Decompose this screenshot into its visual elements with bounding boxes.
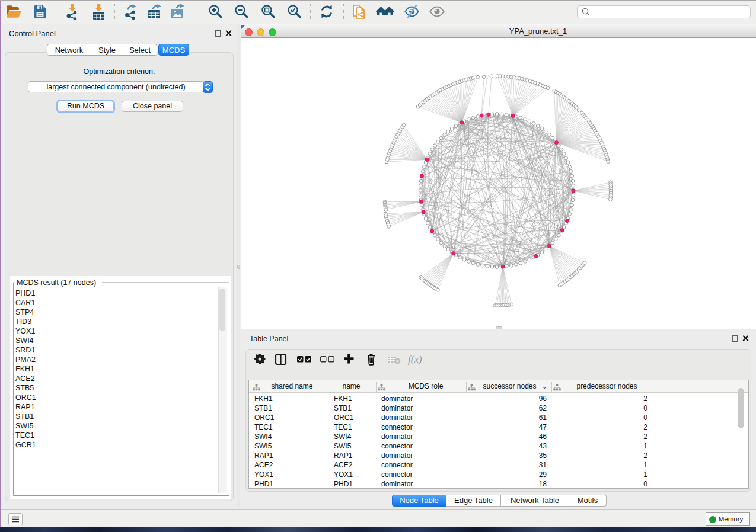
- svg-text:f(x): f(x): [408, 354, 422, 365]
